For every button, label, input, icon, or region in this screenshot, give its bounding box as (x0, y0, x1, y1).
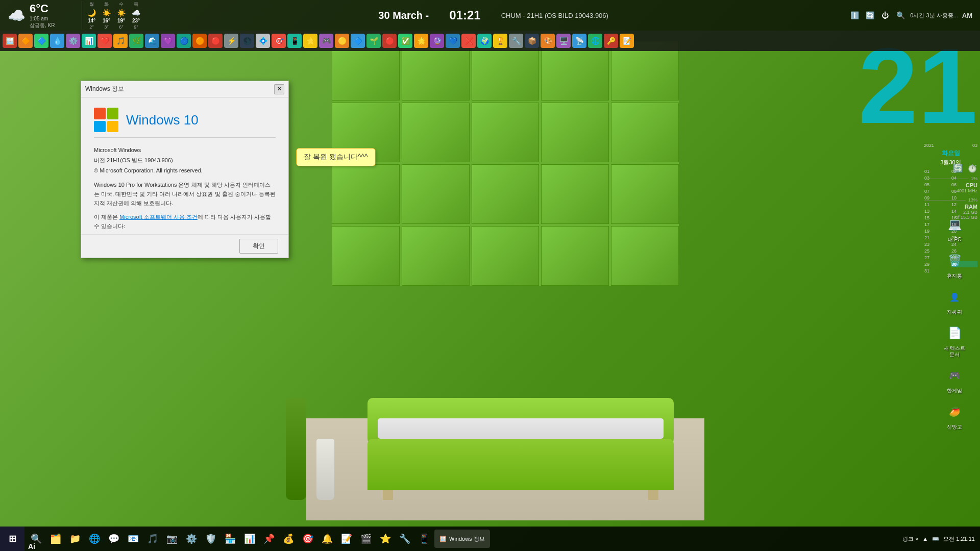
cal-06[interactable]: 06 (951, 182, 977, 188)
taskbar-app-39[interactable]: 🔑 (604, 34, 618, 48)
taskbar-app-6[interactable]: 📊 (82, 34, 96, 48)
taskbar-app-11[interactable]: 💜 (161, 34, 175, 48)
taskbar-app-27[interactable]: 🌟 (414, 34, 428, 48)
cal-11[interactable]: 11 (924, 202, 950, 208)
taskbar-app-24[interactable]: 🌱 (366, 34, 381, 48)
taskbar-phone[interactable]: 📱 (415, 530, 433, 548)
taskbar-app-5[interactable]: ⚙️ (66, 34, 80, 48)
taskbar-game[interactable]: 🎯 (299, 530, 317, 548)
taskbar-app-25[interactable]: 🔴 (382, 34, 397, 48)
taskbar-app-14[interactable]: 🔴 (208, 34, 223, 48)
taskbar-app-36[interactable]: 🖥️ (556, 34, 571, 48)
taskbar-store[interactable]: 🏪 (221, 530, 239, 548)
taskbar-app-22[interactable]: 🟡 (335, 34, 349, 48)
desktop-icon-hangame[interactable]: 🎮 한게임 (944, 365, 965, 394)
taskbar-video[interactable]: 🎬 (357, 530, 375, 548)
taskbar-edge[interactable]: 🌐 (85, 530, 104, 548)
taskbar-app-19[interactable]: 📱 (287, 34, 302, 48)
taskbar-mail[interactable]: 📧 (124, 530, 142, 548)
cal-18[interactable]: 18 (951, 221, 977, 228)
active-window-button[interactable]: 🪟 Windows 정보 (434, 530, 490, 548)
cal-01[interactable]: 01 (924, 168, 950, 174)
cal-31[interactable]: 31 (924, 268, 950, 274)
taskbar-shield[interactable]: 🛡️ (202, 530, 220, 548)
taskbar-explorer[interactable]: 📁 (66, 530, 84, 548)
cal-10[interactable]: 10 (951, 195, 977, 201)
taskbar-app-20[interactable]: ⭐ (303, 34, 317, 48)
cal-09[interactable]: 09 (924, 195, 950, 201)
taskbar-tool[interactable]: 🔧 (396, 530, 414, 548)
desktop-icon-new-text[interactable]: 📄 새 텍스트문서 (944, 323, 966, 358)
taskbar-money[interactable]: 💰 (279, 530, 298, 548)
cal-05[interactable]: 05 (924, 182, 950, 188)
desktop-icon-jissagui[interactable]: 👤 지싸귀 (944, 287, 965, 315)
cal-08[interactable]: 08 (951, 188, 977, 194)
cal-19[interactable]: 19 (924, 228, 950, 234)
taskbar-app-10[interactable]: 🌊 (145, 34, 159, 48)
cal-17[interactable]: 17 (924, 221, 950, 228)
cal-15[interactable]: 15 (924, 215, 950, 221)
taskbar-notepad[interactable]: 📝 (337, 530, 356, 548)
taskbar-settings[interactable]: ⚙️ (182, 530, 201, 548)
taskbar-app-16[interactable]: 🌑 (240, 34, 254, 48)
taskbar-app-29[interactable]: 💙 (446, 34, 460, 48)
ms-license-link[interactable]: Microsoft 소프트웨어 사용 조건 (119, 214, 198, 220)
cal-14[interactable]: 14 (951, 208, 977, 214)
cal-21[interactable]: 21 (924, 235, 950, 241)
taskbar-app-32[interactable]: 🏆 (493, 34, 507, 48)
taskbar-app-8[interactable]: 🎵 (113, 34, 128, 48)
cal-28[interactable]: 28 (951, 255, 977, 261)
cal-29[interactable]: 29 (924, 261, 950, 267)
cal-27[interactable]: 27 (924, 255, 950, 261)
cal-26[interactable]: 26 (951, 248, 977, 254)
taskbar-chat[interactable]: 💬 (105, 530, 123, 548)
cal-02[interactable]: 02 (951, 168, 977, 174)
cal-07[interactable]: 07 (924, 188, 950, 194)
taskbar-app-33[interactable]: 🔧 (509, 34, 523, 48)
cal-04[interactable]: 04 (951, 175, 977, 181)
taskbar-app-28[interactable]: 🔮 (430, 34, 444, 48)
taskbar-app-17[interactable]: 💠 (256, 34, 270, 48)
taskbar-excel[interactable]: 📊 (240, 530, 259, 548)
cal-20[interactable]: 20 (951, 228, 977, 234)
cal-12[interactable]: 12 (951, 202, 977, 208)
cal-22[interactable]: 22 (951, 235, 977, 241)
taskbar-bell[interactable]: 🔔 (318, 530, 336, 548)
taskbar-app-34[interactable]: 📦 (525, 34, 539, 48)
cal-13[interactable]: 13 (924, 208, 950, 214)
cal-24[interactable]: 24 (951, 241, 977, 247)
taskbar-app-3[interactable]: 🔷 (34, 34, 48, 48)
taskbar-app-15[interactable]: ⚡ (224, 34, 238, 48)
taskbar-app-30[interactable]: ❌ (461, 34, 476, 48)
desktop-icon-sinmango[interactable]: 🥭 신망고 (944, 402, 965, 430)
taskbar-app-31[interactable]: 🌍 (477, 34, 492, 48)
taskbar-app-4[interactable]: 💧 (50, 34, 64, 48)
cal-16[interactable]: 16 (951, 215, 977, 221)
taskbar-app-26[interactable]: ✅ (398, 34, 412, 48)
dialog-close-button[interactable]: ✕ (274, 84, 284, 94)
taskbar-app-37[interactable]: 📡 (572, 34, 586, 48)
taskbar-app-18[interactable]: 🎯 (272, 34, 286, 48)
info-icon[interactable]: ℹ️ (849, 10, 860, 21)
taskbar-up-arrow[interactable]: ▲ (922, 536, 928, 542)
taskbar-app-12[interactable]: 🔵 (177, 34, 191, 48)
start-button[interactable]: ⊞ (0, 527, 24, 551)
search-icon[interactable]: 🔍 (895, 10, 906, 21)
taskbar-app-9[interactable]: 🌿 (129, 34, 143, 48)
taskbar-camera[interactable]: 📷 (163, 530, 181, 548)
cal-03[interactable]: 03 (924, 175, 950, 181)
taskbar-app-2[interactable]: 🔶 (18, 34, 33, 48)
taskbar-app-7[interactable]: ❤️ (97, 34, 112, 48)
taskbar-task-view[interactable]: 🗂️ (46, 530, 65, 548)
taskbar-app-1[interactable]: 🪟 (3, 34, 17, 48)
cal-25[interactable]: 25 (924, 248, 950, 254)
ok-button[interactable]: 확인 (239, 239, 278, 254)
power-icon[interactable]: ⏻ (879, 10, 891, 21)
taskbar-app-21[interactable]: 🎮 (319, 34, 333, 48)
taskbar-pin[interactable]: 📌 (260, 530, 278, 548)
taskbar-keyboard[interactable]: ⌨️ (932, 536, 939, 542)
taskbar-app-35[interactable]: 🎨 (541, 34, 555, 48)
taskbar-music[interactable]: 🎵 (143, 530, 162, 548)
cal-30-today[interactable]: 30 (951, 261, 977, 267)
refresh-icon[interactable]: 🔄 (864, 10, 875, 21)
